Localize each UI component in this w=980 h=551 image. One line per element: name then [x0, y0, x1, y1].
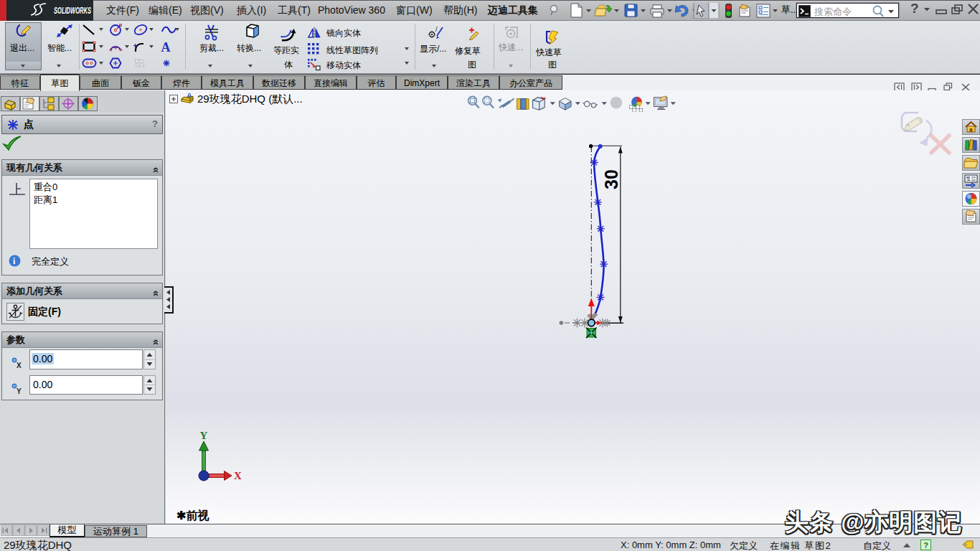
- svg-text:30: 30: [601, 169, 621, 189]
- svg-text:X: X: [17, 362, 22, 369]
- svg-text:/: /: [435, 26, 438, 33]
- svg-text:Y: Y: [200, 430, 208, 441]
- svg-text:Y: Y: [17, 387, 22, 395]
- svg-text:X: X: [234, 470, 242, 481]
- svg-text:A: A: [161, 40, 171, 55]
- svg-text:SOLIDWORKS: SOLIDWORKS: [54, 5, 91, 16]
